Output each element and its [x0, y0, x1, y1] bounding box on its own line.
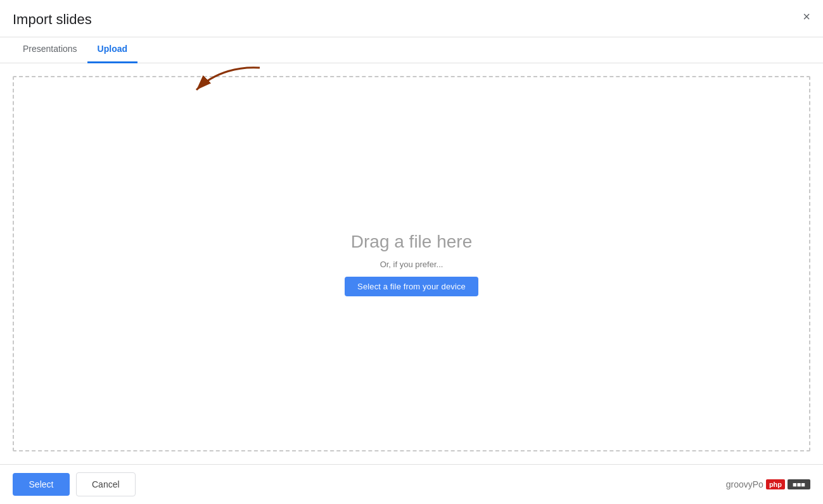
tabs-bar: Presentations Upload: [0, 37, 823, 63]
dialog-body: Drag a file here Or, if you prefer... Se…: [0, 63, 823, 464]
tab-upload[interactable]: Upload: [87, 37, 137, 63]
import-slides-dialog: Import slides × Presentations Upload Dra…: [0, 0, 823, 504]
dialog-header: Import slides ×: [0, 0, 823, 37]
footer-actions: Select Cancel: [13, 472, 136, 496]
php-badge: php: [766, 479, 785, 489]
dialog-footer: Select Cancel groovyPo php ■■■: [0, 464, 823, 504]
drag-text: Drag a file here: [351, 232, 472, 252]
tab-presentations[interactable]: Presentations: [13, 37, 87, 63]
cancel-button[interactable]: Cancel: [76, 472, 136, 496]
dialog-title: Import slides: [13, 11, 92, 37]
brand-name: groovyPo: [726, 479, 763, 489]
select-file-button[interactable]: Select a file from your device: [345, 277, 478, 296]
drop-zone[interactable]: Drag a file here Or, if you prefer... Se…: [13, 76, 810, 451]
select-button[interactable]: Select: [13, 473, 70, 496]
footer-brand: groovyPo php ■■■: [726, 479, 810, 489]
or-text: Or, if you prefer...: [380, 260, 443, 269]
dark-bar: ■■■: [788, 479, 810, 489]
close-button[interactable]: ×: [798, 8, 815, 25]
